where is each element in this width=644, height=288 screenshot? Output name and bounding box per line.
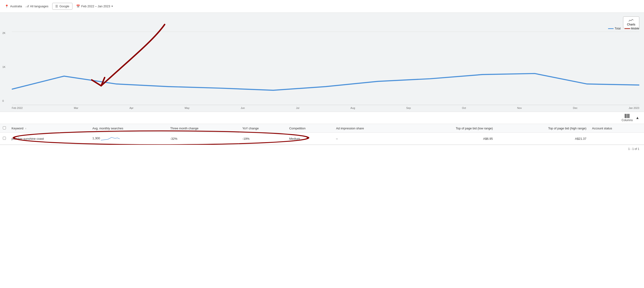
pagination: 1 - 1 of 1 bbox=[0, 145, 644, 153]
language-filter[interactable]: 𝒜̄ All languages bbox=[26, 4, 48, 8]
legend-mobile: Mobile bbox=[624, 27, 639, 30]
table-head: Keyword ↑ Avg. monthly searches Three mo… bbox=[0, 124, 644, 133]
location-filter[interactable]: 📍 Australia bbox=[5, 5, 22, 8]
language-icon: 𝒜̄ bbox=[26, 4, 29, 8]
chart-area: Charts Total Mobile 2K 1K 0 Feb 2022 Mar… bbox=[0, 13, 644, 112]
chart-legend: Total Mobile bbox=[608, 27, 639, 30]
legend-total: Total bbox=[608, 27, 620, 30]
row-three-month-change: -32% bbox=[168, 133, 240, 145]
search-engine-label: Google bbox=[60, 5, 70, 8]
row-top-bid-low: A$6.95 bbox=[404, 133, 496, 145]
row-ad-impression-share: – bbox=[333, 133, 405, 145]
table-toolbar: Columns ▲ bbox=[0, 112, 644, 124]
table-header-row: Keyword ↑ Avg. monthly searches Three mo… bbox=[0, 124, 644, 133]
date-range-label: Feb 2022 – Jan 2023 bbox=[82, 5, 110, 8]
header-three-month-change: Three month change bbox=[168, 124, 240, 133]
location-icon: 📍 bbox=[5, 5, 9, 8]
date-range-filter[interactable]: 📅 Feb 2022 – Jan 2023 ▾ bbox=[76, 5, 113, 8]
calendar-icon: 📅 bbox=[76, 5, 80, 8]
sparkline-chart bbox=[101, 135, 120, 142]
charts-button[interactable]: Charts bbox=[623, 17, 639, 28]
header-account-status: Account status bbox=[589, 124, 644, 133]
row-keyword: plumber sunshine coast bbox=[9, 133, 90, 145]
sort-arrow-icon: ↑ bbox=[25, 127, 26, 130]
keywords-table: Keyword ↑ Avg. monthly searches Three mo… bbox=[0, 124, 644, 145]
header-ad-impression-share: Ad impression share bbox=[333, 124, 405, 133]
table-wrapper: Keyword ↑ Avg. monthly searches Three mo… bbox=[0, 124, 644, 145]
table-row: plumber sunshine coast 1,300 -32% -19% M… bbox=[0, 133, 644, 145]
header-checkbox bbox=[0, 124, 9, 133]
row-checkbox[interactable] bbox=[3, 137, 6, 140]
chart-svg bbox=[12, 32, 639, 112]
header-competition: Competition bbox=[286, 124, 333, 133]
columns-icon bbox=[625, 114, 630, 118]
columns-button[interactable]: Columns bbox=[622, 114, 633, 122]
collapse-button[interactable]: ▲ bbox=[636, 116, 639, 120]
legend-mobile-line bbox=[624, 28, 630, 29]
location-label: Australia bbox=[10, 5, 22, 8]
svg-rect-4 bbox=[626, 114, 628, 118]
x-axis: Feb 2022 Mar Apr May Jun Jul Aug Sep Oct… bbox=[12, 106, 639, 109]
chevron-down-icon: ▾ bbox=[112, 5, 113, 8]
y-axis: 2K 1K 0 bbox=[2, 32, 6, 102]
header-avg-monthly-searches: Avg. monthly searches bbox=[90, 124, 168, 133]
row-checkbox-cell bbox=[0, 133, 9, 145]
legend-total-line bbox=[608, 28, 614, 29]
table-section: Columns ▲ Keyword ↑ Avg. monthly searche… bbox=[0, 112, 644, 153]
select-all-checkbox[interactable] bbox=[3, 126, 6, 129]
search-engine-icon: ☰ bbox=[55, 5, 58, 8]
svg-rect-3 bbox=[625, 114, 626, 118]
header-top-bid-low: Top of page bid (low range) bbox=[404, 124, 496, 133]
row-yoy-change: -19% bbox=[240, 133, 286, 145]
svg-rect-5 bbox=[628, 114, 630, 118]
row-competition: Medium bbox=[286, 133, 333, 145]
row-account-status bbox=[589, 133, 644, 145]
header-keyword: Keyword ↑ bbox=[9, 124, 90, 133]
top-bar: 📍 Australia 𝒜̄ All languages ☰ Google 📅 … bbox=[0, 0, 644, 13]
row-top-bid-high: A$21.37 bbox=[496, 133, 589, 145]
language-label: All languages bbox=[30, 5, 48, 8]
charts-icon bbox=[629, 19, 634, 22]
header-yoy-change: YoY change bbox=[240, 124, 286, 133]
header-top-bid-high: Top of page bid (high range) bbox=[496, 124, 589, 133]
row-avg-monthly-searches: 1,300 bbox=[90, 133, 168, 145]
search-engine-filter[interactable]: ☰ Google bbox=[52, 3, 72, 10]
table-body: plumber sunshine coast 1,300 -32% -19% M… bbox=[0, 133, 644, 145]
